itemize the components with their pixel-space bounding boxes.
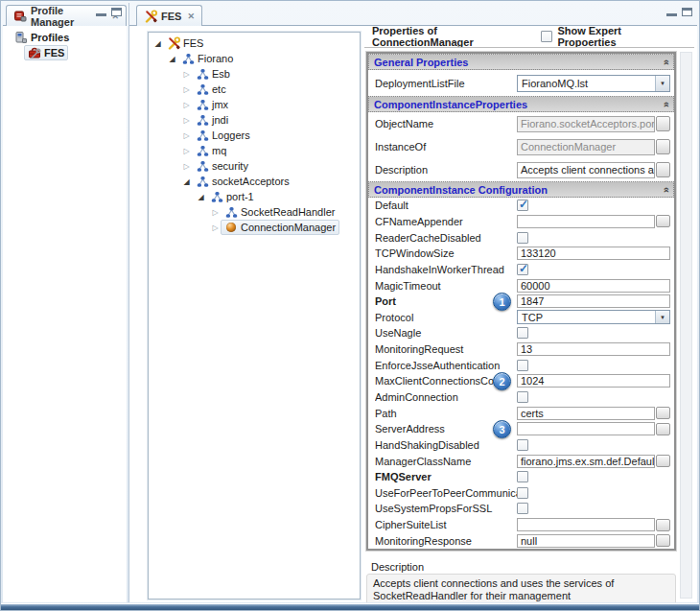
tree-item-content[interactable]: Profiles (11, 30, 73, 45)
tree-item-jmx[interactable]: ▷jmx (149, 97, 360, 112)
monitoringrequest-field[interactable]: 13 (517, 342, 670, 356)
tree-item-content[interactable]: Loggers (192, 128, 254, 143)
description-field[interactable]: Accepts client connections and uses th (517, 162, 655, 178)
properties-title: Properties of ConnectionManager (372, 26, 541, 48)
property-row-monitoringresponse: MonitoringResponsenull (368, 532, 674, 549)
browse-button[interactable] (656, 519, 670, 531)
collapse-chevron-icon[interactable]: » (660, 59, 671, 64)
tree-item-content[interactable]: FES (24, 45, 68, 60)
browse-button[interactable] (656, 116, 670, 131)
tree-item-content[interactable]: socketAcceptors (192, 174, 293, 189)
section-header[interactable]: ComponentInstance Configuration» (368, 181, 674, 198)
deploymentlistfile-dropdown[interactable]: FioranoMQ.lst▼ (517, 75, 670, 92)
property-label: UseNagle (375, 327, 517, 339)
browse-button[interactable] (656, 407, 670, 419)
cfnameappender-field[interactable] (517, 215, 655, 228)
tcpwindowsize-field[interactable]: 133120 (517, 247, 670, 260)
collapsed-arrow-icon[interactable]: ▷ (181, 147, 192, 155)
port-field[interactable]: 1847 (517, 294, 670, 308)
usenagle-checkbox[interactable] (517, 327, 528, 339)
tree-item-esb[interactable]: ▷Esb (149, 66, 360, 82)
browse-button[interactable] (656, 162, 670, 177)
tree-item-socketacceptors[interactable]: ◢socketAcceptors (149, 174, 360, 189)
collapsed-arrow-icon[interactable]: ▷ (210, 208, 221, 217)
browse-button[interactable] (656, 139, 670, 154)
maxclientconnectionscount-field[interactable]: 1024 (517, 374, 670, 388)
tree-item-content[interactable]: jndi (192, 112, 232, 128)
show-expert-properties[interactable]: Show Expert Propoerties (541, 26, 683, 48)
tab-fes[interactable]: FES ✕ (136, 5, 202, 26)
collapsed-arrow-icon[interactable]: ▷ (181, 85, 192, 94)
default-checkbox[interactable] (517, 200, 528, 211)
tree-item-loggers[interactable]: ▷Loggers (149, 128, 360, 143)
tree-item-content[interactable]: ConnectionManager (221, 220, 339, 235)
tree-item-port-1[interactable]: ◢port-1 (149, 189, 360, 204)
tree-item-content[interactable]: mq (192, 143, 230, 158)
tree-item-profiles[interactable]: Profiles (3, 30, 127, 45)
dropdown-arrow-icon[interactable]: ▼ (655, 76, 669, 91)
tree-item-content[interactable]: FES (163, 35, 207, 51)
scrollbar-track[interactable] (680, 52, 692, 599)
expanded-arrow-icon[interactable]: ◢ (196, 193, 206, 201)
collapse-chevron-icon[interactable]: » (660, 101, 671, 106)
section-header[interactable]: ComponentInstanceProperties» (368, 96, 674, 112)
enforcejsseauthentication-checkbox[interactable] (517, 360, 528, 371)
tree-item-content[interactable]: Fiorano (177, 51, 237, 66)
editor-tabbar: FES ✕ (129, 3, 697, 26)
collapsed-arrow-icon[interactable]: ▷ (181, 70, 192, 79)
browse-button[interactable] (656, 534, 670, 547)
maximize-icon[interactable] (111, 8, 122, 16)
managerclassname-field[interactable]: fiorano.jms.ex.sm.def.DefaultJSSESecu (517, 455, 655, 468)
dropdown-arrow-icon[interactable]: ▼ (655, 311, 669, 323)
tree-item-content[interactable]: Esb (192, 66, 234, 82)
minimize-icon[interactable] (96, 8, 106, 16)
tree-item-security[interactable]: ▷security (149, 158, 360, 174)
show-expert-checkbox[interactable] (541, 31, 552, 42)
ciphersuitelist-field[interactable] (517, 518, 655, 531)
collapse-chevron-icon[interactable]: » (660, 186, 671, 192)
handshakingdisabled-checkbox[interactable] (517, 439, 528, 451)
property-label: MonitoringResponse (375, 535, 517, 547)
protocol-dropdown[interactable]: TCP▼ (517, 310, 670, 324)
tree-item-connectionmanager[interactable]: ▷ConnectionManager (149, 220, 360, 235)
adminconnection-checkbox[interactable] (517, 391, 528, 403)
tree-item-fiorano[interactable]: ◢Fiorano (149, 51, 360, 66)
path-field[interactable]: certs (517, 407, 655, 420)
tree-item-socketreadhandler[interactable]: ▷SocketReadHandler (149, 204, 360, 220)
tree-item-content[interactable]: port-1 (206, 189, 258, 204)
close-icon[interactable]: ✕ (187, 12, 195, 21)
collapsed-arrow-icon[interactable]: ▷ (181, 162, 192, 171)
tree-item-content[interactable]: SocketReadHandler (221, 204, 338, 220)
monitoringresponse-field[interactable]: null (517, 534, 655, 548)
expanded-arrow-icon[interactable]: ◢ (167, 55, 177, 63)
expanded-arrow-icon[interactable]: ◢ (152, 39, 163, 48)
tree-item-content[interactable]: security (192, 158, 252, 174)
browse-button[interactable] (656, 455, 670, 467)
tree-item-mq[interactable]: ▷mq (149, 143, 360, 158)
tree-item-jndi[interactable]: ▷jndi (149, 112, 360, 128)
collapsed-arrow-icon[interactable]: ▷ (181, 131, 192, 140)
collapsed-arrow-icon[interactable]: ▷ (181, 101, 192, 109)
property-control: 11847 (517, 294, 670, 308)
tree-item-fes[interactable]: ◢FES (149, 35, 360, 51)
fmqserver-checkbox[interactable] (517, 471, 528, 482)
handshakeinworkerthread-checkbox[interactable] (517, 264, 528, 275)
section-header[interactable]: General Properties» (368, 54, 674, 70)
browse-button[interactable] (656, 423, 670, 435)
tree-item-content[interactable]: etc (192, 82, 230, 97)
collapsed-arrow-icon[interactable]: ▷ (210, 223, 221, 232)
minimize-icon[interactable] (666, 8, 677, 16)
tree-item-etc[interactable]: ▷etc (149, 82, 360, 97)
serveraddress-field[interactable] (517, 422, 655, 435)
collapsed-arrow-icon[interactable]: ▷ (181, 116, 192, 125)
expanded-arrow-icon[interactable]: ◢ (181, 177, 192, 186)
maximize-icon[interactable] (682, 8, 692, 16)
browse-button[interactable] (656, 215, 670, 227)
tree-item-content[interactable]: jmx (192, 97, 232, 112)
readercachedisabled-checkbox[interactable] (517, 232, 528, 244)
magictimeout-field[interactable]: 60000 (517, 279, 670, 293)
useforpeertopeercommunication-checkbox[interactable] (517, 487, 528, 499)
usesystempropsforssl-checkbox[interactable] (517, 503, 528, 514)
tree-item-fes[interactable]: FES (3, 45, 127, 60)
instanceof-field: ConnectionManager (517, 139, 655, 155)
